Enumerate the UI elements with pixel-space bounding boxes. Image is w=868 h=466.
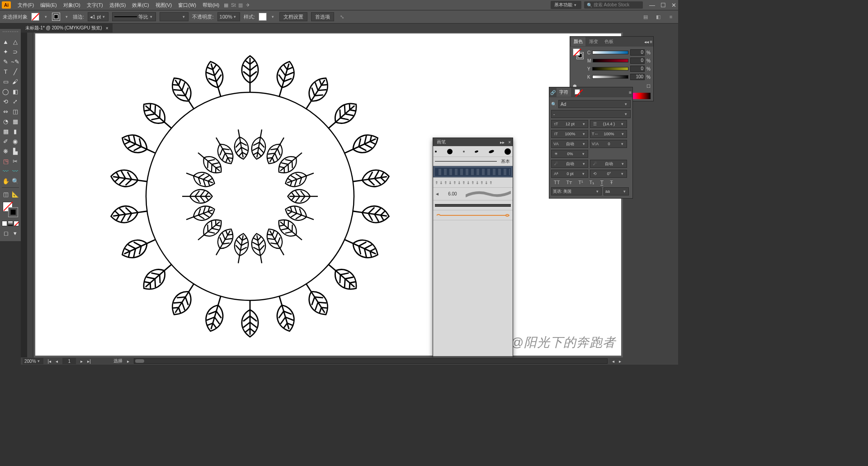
- mesh-tool[interactable]: ▩: [1, 126, 10, 136]
- measure-tool[interactable]: 📐: [10, 189, 20, 199]
- stroke-dropdown-icon[interactable]: ▾: [64, 14, 69, 19]
- c-slider[interactable]: [592, 51, 628, 54]
- shape-builder-tool[interactable]: ◔: [1, 116, 10, 126]
- leading-input[interactable]: ☰(14.4 )▾: [590, 120, 627, 128]
- width-tool[interactable]: ⇔: [1, 106, 10, 116]
- rotation-input[interactable]: ⟲0°▾: [590, 170, 627, 178]
- brush-orange-line[interactable]: [433, 210, 513, 220]
- char-link-icon[interactable]: 🔗: [550, 90, 556, 95]
- color-fill-swatch[interactable]: [573, 48, 580, 56]
- document-setup-button[interactable]: 文档设置: [279, 12, 307, 21]
- menu-view[interactable]: 视图(V): [152, 2, 175, 9]
- fill-stroke-control[interactable]: [2, 201, 19, 219]
- selection-tool[interactable]: ▲: [1, 37, 10, 47]
- draw-normal-icon[interactable]: ◻: [2, 228, 10, 238]
- tab-character[interactable]: 字符: [557, 88, 571, 97]
- color-collapse-icon[interactable]: ◂◂: [644, 39, 649, 44]
- superscript-icon[interactable]: T¹: [578, 180, 583, 185]
- language-dropdown[interactable]: 英语: 美国▾: [551, 187, 602, 195]
- window-minimize-icon[interactable]: —: [649, 2, 655, 9]
- symbol-sprayer-tool[interactable]: ❋: [1, 146, 10, 156]
- rotate-tool[interactable]: ⟲: [1, 96, 10, 106]
- kerning-input[interactable]: VA自动▾: [551, 140, 588, 148]
- window-maximize-icon[interactable]: ☐: [660, 2, 666, 9]
- artboard-prev-first-icon[interactable]: |◂: [48, 359, 52, 364]
- fill-dropdown-icon[interactable]: ▾: [43, 14, 48, 19]
- allcaps-icon[interactable]: TT: [554, 180, 560, 185]
- y-slider[interactable]: [592, 67, 628, 71]
- artboard-tool[interactable]: ◳: [1, 156, 10, 166]
- graphic-style-swatch[interactable]: [259, 13, 267, 21]
- print-tile-tool[interactable]: ◫: [1, 189, 10, 199]
- puppet-tool[interactable]: 〰: [1, 166, 10, 176]
- scroll-right-icon[interactable]: ▸: [619, 359, 621, 364]
- transform-icon[interactable]: ⤡: [338, 12, 347, 21]
- brush-def-dropdown[interactable]: ▾: [160, 12, 189, 21]
- vscale-input[interactable]: IT100%▾: [551, 130, 588, 138]
- tab-color[interactable]: 颜色: [571, 37, 585, 46]
- toolbar-grip[interactable]: [3, 31, 18, 35]
- paintbrush-tool[interactable]: 🖌: [10, 76, 20, 86]
- gpu-icon[interactable]: ✈: [244, 1, 251, 9]
- line-tool[interactable]: ╱: [10, 67, 20, 76]
- artboard-prev-icon[interactable]: ◂: [56, 359, 58, 364]
- zoom-tool[interactable]: 🔍: [10, 176, 20, 186]
- baseline-input[interactable]: Aª0 pt▾: [551, 170, 588, 178]
- m-value[interactable]: 0: [630, 57, 645, 64]
- scale-tool[interactable]: ⤢: [10, 96, 20, 106]
- strike-icon[interactable]: Ŧ: [610, 180, 613, 185]
- graph-tool[interactable]: ▙: [10, 146, 20, 156]
- pen-tool[interactable]: ✎: [1, 57, 10, 67]
- brush-calligraphy-row[interactable]: [433, 146, 513, 157]
- stroke-profile[interactable]: 等比▾: [112, 12, 156, 21]
- artboard[interactable]: 头条 @阳光下的奔跑者: [35, 33, 621, 356]
- y-value[interactable]: 0: [630, 66, 645, 72]
- artboard-number[interactable]: 1: [62, 358, 76, 364]
- panel-close-icon[interactable]: ×: [508, 140, 511, 145]
- panel-dock-icon[interactable]: ▸▸: [500, 140, 505, 145]
- k-value[interactable]: 100: [630, 74, 645, 80]
- none-icon[interactable]: ☐: [646, 84, 651, 89]
- vertical-ruler[interactable]: [27, 33, 33, 357]
- k-slider[interactable]: [592, 75, 628, 79]
- search-stock-input[interactable]: 🔍 搜索 Adobe Stock: [584, 1, 643, 9]
- color-mode-none[interactable]: [14, 221, 19, 226]
- fill-swatch[interactable]: [31, 13, 39, 21]
- tracking-input[interactable]: V⃯A0▾: [590, 140, 627, 148]
- brushes-panel[interactable]: 画笔 ▸▸× 基本 ⇑⇓⇑⇓⇑⇓⇑⇓⇑⇓⇑⇓⇑ ◄ 6.00: [433, 138, 513, 365]
- underline-icon[interactable]: T̲: [600, 180, 604, 185]
- vshift-input[interactable]: ☀0%▾: [551, 150, 588, 158]
- document-tab[interactable]: 未标题-1* @ 200% (CMYK/GPU 预览)×: [21, 24, 113, 33]
- color-close-icon[interactable]: ≡: [650, 39, 652, 44]
- artboard-next-last-icon[interactable]: ▸|: [87, 359, 91, 364]
- scroll-left-icon[interactable]: ◂: [612, 359, 614, 364]
- m-slider[interactable]: [593, 59, 628, 62]
- window-close-icon[interactable]: ✕: [671, 2, 676, 9]
- hand-tool[interactable]: ✋: [1, 176, 10, 186]
- screen-mode-icon[interactable]: ▾: [11, 228, 19, 238]
- brush-pattern-border[interactable]: [433, 166, 513, 178]
- direct-selection-tool[interactable]: △: [10, 37, 20, 47]
- isolate-icon[interactable]: ◧: [654, 12, 663, 21]
- font-style-dropdown[interactable]: -▾: [551, 110, 631, 118]
- brushes-tab[interactable]: 画笔: [435, 138, 448, 146]
- brush-scatter-arrows[interactable]: ⇑⇓⇑⇓⇑⇓⇑⇓⇑⇓⇑⇓⇑: [433, 178, 513, 188]
- lasso-tool[interactable]: ⊃: [10, 47, 20, 57]
- slice-tool[interactable]: ✂: [10, 156, 20, 166]
- brush-basic[interactable]: 基本: [433, 157, 513, 166]
- close-tab-icon[interactable]: ×: [106, 26, 108, 31]
- wrinkle-tool[interactable]: 〰: [10, 166, 20, 176]
- auto2-input[interactable]: ☄自动▾: [590, 160, 627, 168]
- rectangle-tool[interactable]: ▭: [1, 76, 10, 86]
- char-menu-icon[interactable]: ≡: [629, 90, 632, 95]
- opacity-input[interactable]: 100%▾: [217, 12, 240, 21]
- character-panel[interactable]: 🔗 字符 ≡ 🔍Ad▾ -▾ τT12 pt▾ ☰(14.4 )▾ IT100%…: [549, 87, 633, 199]
- free-transform-tool[interactable]: ◫: [10, 106, 20, 116]
- color-mode-solid[interactable]: [2, 221, 7, 226]
- curvature-tool[interactable]: ~✎: [10, 57, 20, 67]
- menu-select[interactable]: 选择(S): [106, 2, 129, 9]
- blend-tool[interactable]: ◉: [10, 136, 20, 146]
- menu-window[interactable]: 窗口(W): [175, 2, 199, 9]
- magic-wand-tool[interactable]: ✦: [1, 47, 10, 57]
- preferences-button[interactable]: 首选项: [311, 12, 334, 21]
